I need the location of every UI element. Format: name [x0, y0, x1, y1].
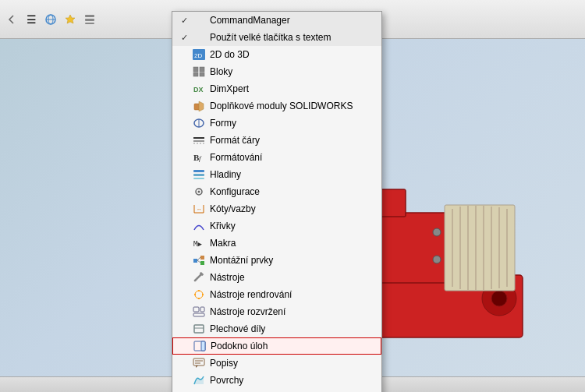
- menu-icon-format-cary: [191, 133, 207, 147]
- svg-point-27: [433, 228, 441, 236]
- menu-item-montazni-prvky[interactable]: Montážní prvky: [172, 252, 381, 269]
- menu-item-nastroje-rendrovani[interactable]: Nástroje rendrování: [172, 286, 381, 303]
- menu-item-popisy[interactable]: Popisy: [172, 355, 381, 372]
- menu-label-formy: Formy: [210, 118, 375, 129]
- menu-label-plechove-dily: Plechové díly: [210, 323, 375, 334]
- svg-rect-8: [85, 23, 94, 24]
- svg-rect-72: [194, 325, 204, 333]
- menu-icon-nastroje-rozv: [191, 305, 207, 319]
- menu-label-krivky: Křivky: [210, 221, 375, 231]
- menu-item-solidworks-addons[interactable]: Doplňkové moduly SOLIDWORKS: [172, 97, 381, 115]
- menu-item-command-manager[interactable]: ✓CommandManager: [172, 12, 381, 29]
- menu-label-konfigurace: Konfigurace: [210, 186, 375, 197]
- menu-icon-konfigurace: [191, 185, 207, 199]
- menu-item-format-cary[interactable]: Formát čáry: [172, 132, 381, 149]
- menu-label-big-buttons: Použít velké tlačítka s textem: [210, 32, 375, 43]
- menu-label-nastroje-rozv: Nástroje rozvržení: [210, 306, 375, 317]
- menu-item-povrchy[interactable]: Povrchy: [172, 372, 381, 389]
- menu-label-montazni-prvky: Montážní prvky: [210, 255, 375, 266]
- menu-label-blocks: Bloky: [210, 66, 375, 77]
- svg-marker-5: [66, 15, 75, 23]
- menu-icon-popisy: [191, 356, 207, 370]
- svg-rect-36: [200, 72, 204, 76]
- menu-icon-povrchy: [191, 373, 207, 387]
- menu-item-podokno-uloh[interactable]: Podokno úloh: [172, 337, 381, 355]
- svg-point-28: [433, 256, 441, 263]
- svg-rect-7: [85, 19, 94, 21]
- menu-icon-formatovani: Bf: [191, 150, 207, 164]
- toolbar-icons: ☰: [3, 11, 98, 28]
- menu-icon-krivky: [191, 219, 207, 233]
- menu-icon-blocks: [191, 65, 207, 79]
- menu-item-blocks[interactable]: Bloky: [172, 63, 381, 80]
- menu-item-makra[interactable]: M▶Makra: [172, 235, 381, 252]
- menu-label-nastroje-rendrovani: Nástroje rendrování: [210, 289, 375, 300]
- menu-item-2d-to-3d[interactable]: 2D2D do 3D: [172, 46, 381, 63]
- menu-icon-plechove-dily: [191, 322, 207, 336]
- svg-rect-48: [193, 174, 204, 176]
- menu-label-nastroje: Nástroje: [210, 272, 375, 283]
- menu-item-nastroje[interactable]: Nástroje: [172, 269, 381, 286]
- svg-text:DX: DX: [193, 86, 204, 94]
- svg-rect-75: [201, 341, 205, 351]
- toolbar-icon-menu[interactable]: ☰: [23, 11, 40, 28]
- menu-label-podokno-uloh: Podokno úloh: [211, 341, 374, 351]
- context-menu: ✓CommandManager✓Použít velké tlačítka s …: [172, 11, 382, 392]
- menu-icon-koty-vazby: ↔: [191, 202, 207, 216]
- menu-item-dimxpert[interactable]: DXDimXpert: [172, 80, 381, 97]
- menu-item-konfigurace[interactable]: Konfigurace: [172, 183, 381, 200]
- menu-icon-2d-to-3d: 2D: [191, 48, 207, 62]
- toolbar-icon-star[interactable]: [62, 11, 79, 28]
- menu-item-plechove-dily[interactable]: Plechové díly: [172, 320, 381, 337]
- menu-icon-makra: M▶: [191, 236, 207, 250]
- menu-item-koty-vazby[interactable]: ↔Kóty/vazby: [172, 200, 381, 217]
- menu-item-formy[interactable]: Formy: [172, 115, 381, 132]
- menu-label-format-cary: Formát čáry: [210, 135, 375, 146]
- menu-label-popisy: Popisy: [210, 358, 375, 369]
- svg-rect-76: [193, 358, 204, 366]
- menu-icon-big-buttons: [191, 30, 207, 44]
- menu-item-krivky[interactable]: Křivky: [172, 217, 381, 235]
- svg-point-13: [491, 291, 507, 306]
- svg-text:↔: ↔: [197, 207, 202, 212]
- svg-rect-33: [193, 67, 198, 72]
- menu-icon-montazni-prvky: [191, 253, 207, 267]
- menu-label-koty-vazby: Kóty/vazby: [210, 203, 375, 214]
- menu-icon-command-manager: [191, 13, 207, 27]
- menu-item-nastroje-rozv[interactable]: Nástroje rozvržení: [172, 303, 381, 320]
- menu-label-command-manager: CommandManager: [210, 15, 375, 26]
- menu-item-prvky[interactable]: Prvky: [172, 389, 381, 392]
- svg-rect-57: [193, 259, 197, 263]
- svg-rect-59: [200, 261, 204, 265]
- menu-item-hladiny[interactable]: Hladiny: [172, 166, 381, 183]
- svg-text:2D: 2D: [194, 52, 202, 59]
- svg-rect-49: [193, 178, 204, 179]
- svg-rect-35: [193, 72, 198, 76]
- svg-rect-69: [193, 307, 199, 312]
- toolbar-icon-settings[interactable]: [81, 11, 98, 28]
- menu-icon-nastroje-rendrovani: [191, 288, 207, 302]
- svg-rect-47: [193, 170, 204, 172]
- toolbar-icon-back[interactable]: [3, 11, 20, 28]
- menu-label-makra: Makra: [210, 238, 375, 249]
- menu-icon-podokno-uloh: [192, 339, 207, 353]
- svg-rect-6: [85, 15, 94, 17]
- toolbar-icon-globe[interactable]: [42, 11, 59, 28]
- menu-item-big-buttons[interactable]: ✓Použít velké tlačítka s textem: [172, 29, 381, 46]
- menu-check-big-buttons: ✓: [177, 33, 191, 43]
- svg-text:M▶: M▶: [193, 240, 202, 248]
- svg-rect-15: [445, 205, 515, 291]
- menu-icon-hladiny: [191, 168, 207, 182]
- svg-text:f: f: [199, 154, 202, 162]
- svg-line-62: [195, 274, 201, 281]
- svg-point-64: [195, 291, 203, 298]
- svg-line-60: [197, 257, 200, 260]
- svg-rect-34: [200, 67, 204, 72]
- menu-label-formatovani: Formátování: [210, 152, 375, 163]
- menu-icon-formy: [191, 116, 207, 130]
- svg-rect-71: [193, 313, 204, 316]
- menu-check-command-manager: ✓: [177, 16, 191, 26]
- menu-icon-nastroje: [191, 270, 207, 284]
- menu-label-solidworks-addons: Doplňkové moduly SOLIDWORKS: [210, 101, 375, 111]
- menu-item-formatovani[interactable]: BfFormátování: [172, 149, 381, 166]
